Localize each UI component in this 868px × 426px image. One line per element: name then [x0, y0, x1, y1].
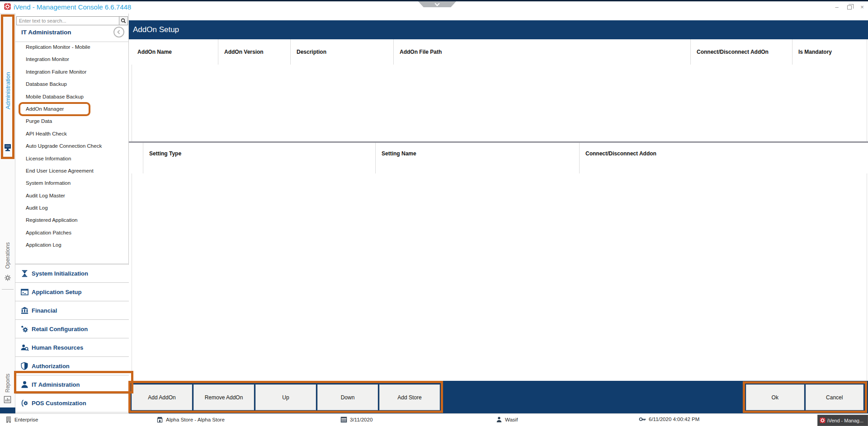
- table-right-edge: [867, 39, 867, 381]
- sidebar-sections: System Initialization Application Setup …: [15, 264, 129, 412]
- cancel-button[interactable]: Cancel: [806, 384, 864, 410]
- add-addon-button[interactable]: Add AddOn: [132, 384, 192, 410]
- section-pos-customization[interactable]: POS Customization: [15, 394, 129, 412]
- tenant-label: Enterprise: [14, 417, 38, 422]
- column-addon-name[interactable]: AddOn Name: [132, 39, 218, 65]
- down-button[interactable]: Down: [317, 384, 378, 410]
- menu-item-auto-upgrade-connection-check[interactable]: Auto Upgrade Connection Check: [15, 140, 129, 152]
- window-controls: – ×: [834, 4, 865, 10]
- administration-terminal-icon: [4, 144, 11, 152]
- settings-table-header: Setting Type Setting Name Connect/Discon…: [132, 143, 867, 173]
- section-it-administration[interactable]: IT Administration: [15, 375, 129, 394]
- user-icon: [496, 416, 502, 423]
- column-addon-version[interactable]: AddOn Version: [218, 39, 291, 65]
- add-store-button[interactable]: Add Store: [379, 384, 440, 410]
- rail-divider: [2, 289, 14, 290]
- menu-item-system-information[interactable]: System Information: [15, 177, 129, 189]
- store-icon: [156, 416, 163, 423]
- table-left-edge: [132, 39, 132, 381]
- key-icon: [639, 416, 646, 422]
- section-system-initialization[interactable]: System Initialization: [15, 264, 129, 283]
- row-indicator-column: [132, 143, 143, 173]
- status-tenant: Enterprise: [5, 416, 38, 423]
- status-user: Wasif: [496, 416, 518, 423]
- status-store: Alpha Store - Alpha Store: [156, 416, 225, 423]
- addon-action-buttons: Add AddOn Remove AddOn Up Down Add Store: [132, 384, 440, 410]
- column-is-mandatory[interactable]: Is Mandatory: [793, 39, 867, 65]
- dialog-buttons: Ok Cancel: [746, 384, 863, 410]
- ribbon-collapse-tab[interactable]: [418, 1, 456, 7]
- status-bar: [0, 413, 868, 426]
- back-button[interactable]: [113, 27, 124, 37]
- column-connect-disconnect-addon[interactable]: Connect/Disconnect AddOn: [691, 39, 793, 65]
- sidebar-search: [16, 16, 128, 25]
- section-retail-configuration[interactable]: Retail Configuration: [15, 320, 129, 338]
- reports-chart-icon: [4, 396, 11, 403]
- search-input[interactable]: [16, 16, 119, 25]
- menu-item-api-health-check[interactable]: API Health Check: [15, 128, 129, 140]
- menu-item-database-backup[interactable]: Database Backup: [15, 78, 129, 90]
- taskbar-item-label: iVend - Manag...: [827, 418, 863, 423]
- rail-tab-administration[interactable]: Administration: [2, 40, 14, 142]
- menu-item-end-user-license-agreement[interactable]: End User License Agreement: [15, 165, 129, 177]
- menu-item-application-patches[interactable]: Application Patches: [15, 227, 129, 239]
- login-time-label: 6/11/2020 4:00:42 PM: [649, 417, 699, 422]
- minimize-button[interactable]: –: [834, 4, 840, 10]
- addon-table-header: AddOn Name AddOn Version Description Add…: [132, 39, 867, 65]
- sidebar-divider: [15, 263, 129, 264]
- menu-item-application-log[interactable]: Application Log: [15, 239, 129, 251]
- user-label: Wasif: [505, 417, 518, 422]
- menu-item-replication-monitor-mobile[interactable]: Replication Monitor - Mobile: [15, 41, 129, 53]
- search-button[interactable]: [119, 16, 128, 25]
- column-connect-disconnect-addon-2[interactable]: Connect/Disconnect Addon: [580, 143, 867, 173]
- up-button[interactable]: Up: [255, 384, 316, 410]
- column-description[interactable]: Description: [291, 39, 394, 65]
- section-application-setup[interactable]: Application Setup: [15, 283, 129, 301]
- restore-icon: [847, 5, 852, 9]
- search-icon: [121, 18, 126, 23]
- sidebar-menu: Replication Monitor - Mobile Integration…: [15, 41, 129, 252]
- menu-item-integration-monitor[interactable]: Integration Monitor: [15, 53, 129, 66]
- arrow-left-icon: [116, 29, 122, 35]
- wrench-icon: [19, 398, 29, 408]
- store-label: Alpha Store - Alpha Store: [166, 417, 225, 422]
- menu-item-license-information[interactable]: License Information: [15, 153, 129, 165]
- rail-tab-operations[interactable]: Operations: [2, 239, 13, 273]
- gears-icon: [19, 324, 29, 334]
- status-login-time: 6/11/2020 4:00:42 PM: [639, 416, 699, 422]
- restore-button[interactable]: [846, 4, 853, 10]
- remove-addon-button[interactable]: Remove AddOn: [193, 384, 254, 410]
- section-financial[interactable]: Financial: [15, 301, 129, 320]
- person-icon: [19, 379, 29, 389]
- menu-item-audit-log-master[interactable]: Audit Log Master: [15, 190, 129, 202]
- app-window-icon: [19, 287, 29, 297]
- status-business-date: 3/11/2020: [340, 416, 373, 423]
- calendar-icon: [340, 416, 347, 423]
- menu-item-registered-application[interactable]: Registered Application: [15, 214, 129, 226]
- ok-button[interactable]: Ok: [746, 384, 804, 410]
- building-icon: [5, 416, 12, 423]
- ivend-management-console-window: iVend - Management Console 6.6.7448 – × …: [0, 0, 868, 426]
- menu-item-addon-manager[interactable]: AddOn Manager: [15, 103, 129, 115]
- menu-item-purge-data[interactable]: Purge Data: [15, 115, 129, 127]
- menu-item-audit-log[interactable]: Audit Log: [15, 202, 129, 214]
- taskbar-item-ivend[interactable]: iVend - Manag...: [817, 415, 868, 426]
- column-addon-file-path[interactable]: AddOn File Path: [394, 39, 691, 65]
- chevron-down-icon: [434, 1, 439, 6]
- sidebar-header-title: IT Administration: [21, 29, 71, 36]
- person-search-icon: [19, 342, 29, 352]
- business-date-label: 3/11/2020: [350, 417, 373, 422]
- menu-item-mobile-database-backup[interactable]: Mobile Database Backup: [15, 91, 129, 103]
- column-setting-name[interactable]: Setting Name: [376, 143, 580, 173]
- section-authorization[interactable]: Authorization: [15, 357, 129, 375]
- section-human-resources[interactable]: Human Resources: [15, 338, 129, 357]
- menu-item-integration-failure-monitor[interactable]: Integration Failure Monitor: [15, 66, 129, 78]
- window-title: iVend - Management Console 6.6.7448: [14, 3, 131, 11]
- rail-bottom-bar: [0, 407, 15, 413]
- close-button[interactable]: ×: [859, 4, 865, 10]
- shield-icon: [19, 361, 29, 371]
- hourglass-icon: [19, 269, 29, 279]
- rail-tab-reports[interactable]: Reports: [2, 371, 13, 395]
- column-setting-type[interactable]: Setting Type: [143, 143, 376, 173]
- ivend-logo-icon: [820, 417, 826, 423]
